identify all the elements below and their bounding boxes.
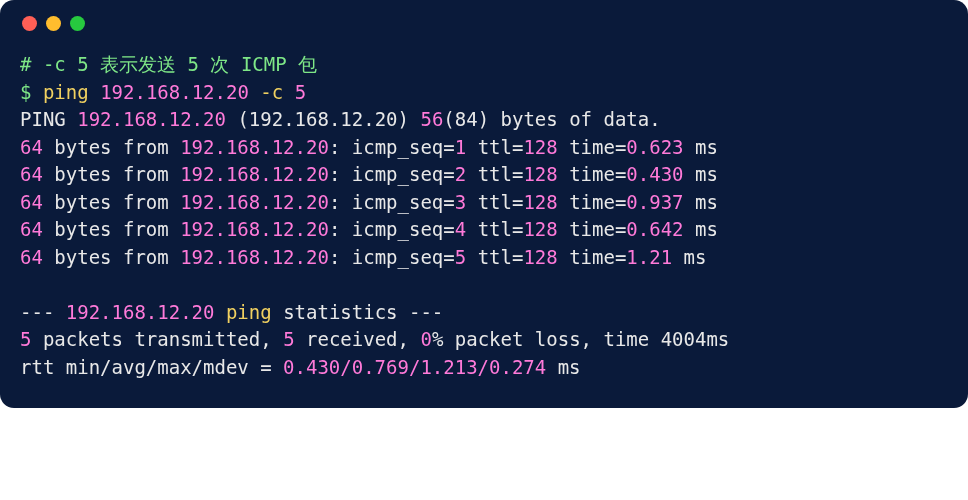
reply-ms: ms — [684, 191, 718, 213]
reply-ip: 192.168.12.20 — [180, 191, 329, 213]
reply-seq: 4 — [455, 218, 466, 240]
cmd-flag: -c — [260, 81, 283, 103]
reply-time: 0.937 — [626, 191, 683, 213]
reply-seq-label: : icmp_seq= — [329, 136, 455, 158]
prompt-symbol: $ — [20, 81, 31, 103]
stats-ip: 192.168.12.20 — [66, 301, 215, 323]
ping-label: PING — [20, 108, 66, 130]
stats-header: --- 192.168.12.20 ping statistics --- — [20, 299, 948, 327]
reply-time: 0.430 — [626, 163, 683, 185]
reply-bytes: 64 — [20, 218, 43, 240]
reply-ttl: 128 — [523, 136, 557, 158]
reply-bytes-from: bytes from — [43, 136, 180, 158]
comment-text2: 次 — [199, 53, 241, 75]
ping-ip: 192.168.12.20 — [77, 108, 226, 130]
reply-bytes: 64 — [20, 163, 43, 185]
reply-bytes-from: bytes from — [43, 163, 180, 185]
reply-line: 64 bytes from 192.168.12.20: icmp_seq=1 … — [20, 134, 948, 162]
command-line[interactable]: $ ping 192.168.12.20 -c 5 — [20, 79, 948, 107]
cmd-count: 5 — [295, 81, 306, 103]
reply-ip: 192.168.12.20 — [180, 136, 329, 158]
reply-seq-label: : icmp_seq= — [329, 163, 455, 185]
terminal-window: # -c 5 表示发送 5 次 ICMP 包 $ ping 192.168.12… — [0, 0, 968, 408]
reply-ip: 192.168.12.20 — [180, 218, 329, 240]
stats-line-1: 5 packets transmitted, 5 received, 0% pa… — [20, 326, 948, 354]
reply-time: 1.21 — [626, 246, 672, 268]
reply-time: 0.642 — [626, 218, 683, 240]
reply-ms: ms — [684, 218, 718, 240]
reply-time: 0.623 — [626, 136, 683, 158]
stats-t3: % packet loss, time — [432, 328, 661, 350]
comment-flag: -c 5 — [43, 53, 89, 75]
zoom-icon[interactable] — [70, 16, 85, 31]
reply-seq: 5 — [455, 246, 466, 268]
reply-bytes-from: bytes from — [43, 218, 180, 240]
comment-text3: 包 — [287, 53, 317, 75]
reply-time-label: time= — [558, 136, 627, 158]
reply-bytes: 64 — [20, 136, 43, 158]
reply-ttl: 128 — [523, 218, 557, 240]
reply-seq-label: : icmp_seq= — [329, 246, 455, 268]
comment-five: 5 — [188, 53, 199, 75]
reply-ms: ms — [672, 246, 706, 268]
reply-ip: 192.168.12.20 — [180, 163, 329, 185]
comment-line: # -c 5 表示发送 5 次 ICMP 包 — [20, 51, 948, 79]
comment-icmp: ICMP — [241, 53, 287, 75]
stats-dash1: --- — [20, 301, 66, 323]
rtt-vals: 0.430/0.769/1.213/0.274 — [283, 356, 546, 378]
stats-rx: 5 — [283, 328, 294, 350]
close-icon[interactable] — [22, 16, 37, 31]
stats-t2: received, — [295, 328, 421, 350]
reply-line: 64 bytes from 192.168.12.20: icmp_seq=4 … — [20, 216, 948, 244]
reply-time-label: time= — [558, 191, 627, 213]
reply-bytes-from: bytes from — [43, 246, 180, 268]
titlebar — [20, 14, 948, 51]
rtt-label: rtt min/avg/max/mdev = — [20, 356, 283, 378]
reply-line: 64 bytes from 192.168.12.20: icmp_seq=3 … — [20, 189, 948, 217]
blank-line — [20, 271, 948, 299]
ping-paren-ip: (192.168.12.20) — [237, 108, 409, 130]
reply-ip: 192.168.12.20 — [180, 246, 329, 268]
reply-seq-label: : icmp_seq= — [329, 191, 455, 213]
stats-tx: 5 — [20, 328, 31, 350]
stats-ping-word: ping — [214, 301, 271, 323]
reply-seq: 3 — [455, 191, 466, 213]
rtt-ms: ms — [546, 356, 580, 378]
stats-t1: packets transmitted, — [31, 328, 283, 350]
reply-list: 64 bytes from 192.168.12.20: icmp_seq=1 … — [20, 134, 948, 272]
reply-ttl-label: ttl= — [466, 191, 523, 213]
reply-line: 64 bytes from 192.168.12.20: icmp_seq=2 … — [20, 161, 948, 189]
reply-line: 64 bytes from 192.168.12.20: icmp_seq=5 … — [20, 244, 948, 272]
reply-ttl-label: ttl= — [466, 246, 523, 268]
reply-seq-label: : icmp_seq= — [329, 218, 455, 240]
stats-rest: statistics --- — [272, 301, 444, 323]
reply-bytes: 64 — [20, 246, 43, 268]
reply-ttl-label: ttl= — [466, 163, 523, 185]
reply-ttl-label: ttl= — [466, 136, 523, 158]
ping-rest: (84) bytes of data. — [443, 108, 660, 130]
comment-text: 表示发送 — [89, 53, 188, 75]
reply-seq: 2 — [455, 163, 466, 185]
reply-time-label: time= — [558, 218, 627, 240]
cmd-name: ping — [43, 81, 89, 103]
stats-line-2: rtt min/avg/max/mdev = 0.430/0.769/1.213… — [20, 354, 948, 382]
reply-ttl: 128 — [523, 163, 557, 185]
reply-time-label: time= — [558, 163, 627, 185]
ping-size: 56 — [420, 108, 443, 130]
reply-time-label: time= — [558, 246, 627, 268]
reply-ms: ms — [684, 136, 718, 158]
minimize-icon[interactable] — [46, 16, 61, 31]
stats-time: 4004ms — [661, 328, 730, 350]
ping-header: PING 192.168.12.20 (192.168.12.20) 56(84… — [20, 106, 948, 134]
reply-bytes-from: bytes from — [43, 191, 180, 213]
stats-loss: 0 — [420, 328, 431, 350]
reply-ms: ms — [684, 163, 718, 185]
cmd-target: 192.168.12.20 — [100, 81, 249, 103]
hash: # — [20, 53, 31, 75]
reply-bytes: 64 — [20, 191, 43, 213]
reply-ttl: 128 — [523, 246, 557, 268]
reply-ttl-label: ttl= — [466, 218, 523, 240]
reply-seq: 1 — [455, 136, 466, 158]
reply-ttl: 128 — [523, 191, 557, 213]
